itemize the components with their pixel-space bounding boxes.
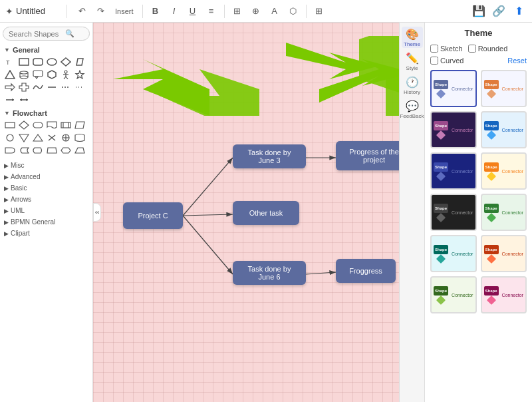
search-box[interactable]: 🔍 [3, 27, 90, 41]
fc-cross[interactable] [46, 132, 58, 143]
table-button[interactable]: ⊞ [229, 3, 245, 19]
shape-parallelogram[interactable] [74, 57, 86, 67]
sketch-checkbox-label[interactable]: Sketch [430, 45, 463, 53]
fc-manual[interactable] [46, 145, 58, 156]
curved-checkbox-label[interactable]: Curved [430, 57, 464, 65]
fc-predefined[interactable] [60, 120, 72, 130]
redo-button[interactable]: ↷ [92, 3, 108, 19]
shape-dotted[interactable] [74, 82, 86, 93]
theme-card-3[interactable]: Shape Connector [430, 111, 477, 148]
export-button[interactable]: ⬆ [511, 3, 527, 19]
shape-person[interactable] [60, 69, 72, 80]
node-progress[interactable]: Progress of the project [336, 141, 399, 170]
category-basic[interactable]: ▶ Basic [3, 182, 90, 194]
category-arrows[interactable]: ▶ Arrows [3, 194, 90, 205]
insert-button[interactable]: Insert [111, 3, 138, 19]
shape-arrow-line[interactable] [4, 95, 16, 105]
shape-double-arrow[interactable] [18, 95, 30, 105]
section-general[interactable]: ▼ General [4, 46, 88, 54]
sketch-checkbox[interactable] [430, 45, 438, 53]
node-froggress[interactable]: Froggress [336, 259, 396, 283]
fc-connector[interactable] [4, 132, 16, 143]
shape-callout[interactable] [32, 69, 44, 80]
theme-card-5[interactable]: Shape Connector [430, 152, 477, 190]
share-button[interactable]: 🔗 [491, 3, 507, 19]
theme-card-11[interactable]: Shape Connector [430, 276, 477, 313]
app-icon: ✦ [5, 6, 13, 17]
fc-merge[interactable] [18, 132, 30, 143]
shape-rounded-rect[interactable] [32, 57, 44, 67]
shape-dashed[interactable] [60, 82, 72, 93]
section-flowchart[interactable]: ▼ Flowchart [4, 109, 88, 117]
fc-data[interactable] [74, 120, 86, 130]
node-project-c[interactable]: Project C [123, 202, 183, 229]
shape-arrow-right[interactable] [4, 82, 16, 93]
theme-card-4[interactable]: Shape Connector [481, 111, 527, 148]
underline-button[interactable]: U [185, 3, 201, 19]
theme-card-12[interactable]: Shape Connector [481, 276, 527, 313]
bold-button[interactable]: B [148, 3, 164, 19]
theme-card-7[interactable]: Shape Connector [430, 194, 477, 231]
node-task-june6[interactable]: Task done by June 6 [233, 261, 306, 285]
italic-button[interactable]: I [166, 3, 182, 19]
shape-ellipse[interactable] [46, 57, 58, 67]
fc-loop[interactable] [74, 145, 86, 156]
fc-storage[interactable] [18, 145, 30, 156]
link-button[interactable]: ⊕ [248, 3, 264, 19]
category-clipart[interactable]: ▶ Clipart [3, 228, 90, 239]
search-input[interactable] [9, 30, 65, 38]
shape-hexagon[interactable] [46, 69, 58, 80]
svg-marker-39 [33, 134, 43, 141]
save-button[interactable]: 💾 [471, 3, 487, 19]
document-title[interactable]: Untitled [16, 6, 45, 16]
fc-terminal[interactable] [32, 120, 44, 130]
collapse-left-button[interactable]: ‹‹ [93, 203, 101, 222]
fc-display[interactable] [32, 145, 44, 156]
node-other-task[interactable]: Other task [233, 201, 299, 225]
shape-button[interactable]: ⬡ [285, 3, 301, 19]
category-bpmn[interactable]: ▶ BPMN General [3, 216, 90, 228]
fc-decision[interactable] [18, 120, 30, 130]
node-task-june3[interactable]: Task done by June 3 [233, 144, 306, 168]
rounded-checkbox[interactable] [468, 45, 476, 53]
fc-tape[interactable] [74, 132, 86, 143]
category-advanced[interactable]: ▶ Advanced [3, 171, 90, 182]
reset-button[interactable]: Reset [507, 57, 527, 65]
fc-process[interactable] [4, 120, 16, 130]
shape-text[interactable]: T [4, 57, 16, 67]
shape-cylinder[interactable] [18, 69, 30, 80]
canvas-area[interactable]: ‹‹ [93, 23, 399, 402]
fc-extract[interactable] [32, 132, 44, 143]
fc-preparation[interactable] [60, 145, 72, 156]
format-button[interactable]: A [267, 3, 283, 19]
panel-history-button[interactable]: 🕐 History [402, 75, 423, 96]
shape-diamond[interactable] [60, 57, 72, 67]
shape-triangle[interactable] [4, 69, 16, 80]
theme-card-6[interactable]: Shape Connector [481, 152, 527, 190]
category-misc[interactable]: ▶ Misc [3, 160, 90, 171]
theme-card-10[interactable]: Shape Connector [481, 235, 527, 272]
basic-label: Basic [11, 184, 27, 192]
list-button[interactable]: ≡ [203, 3, 219, 19]
theme-card-2[interactable]: Shape Connector [481, 70, 527, 107]
shape-cross[interactable] [18, 82, 30, 93]
curved-checkbox[interactable] [430, 57, 438, 65]
shape-rect[interactable] [18, 57, 30, 67]
shape-wave[interactable] [32, 82, 44, 93]
shape-star[interactable] [74, 69, 86, 80]
panel-theme-button[interactable]: 🎨 Theme [402, 27, 423, 48]
rounded-checkbox-label[interactable]: Rounded [468, 45, 508, 53]
fc-summing[interactable] [60, 132, 72, 143]
zoom-button[interactable]: ⊞ [311, 3, 327, 19]
panel-feedback-button[interactable]: 💬 FeedBack [402, 99, 423, 120]
undo-button[interactable]: ↶ [74, 3, 90, 19]
theme-card-9[interactable]: Shape Connector [430, 235, 477, 272]
theme-card-1[interactable]: Shape Connector [430, 70, 477, 107]
fc-document[interactable] [46, 120, 58, 130]
panel-style-button[interactable]: ✏️ Style [402, 51, 423, 72]
category-uml[interactable]: ▶ UML [3, 205, 90, 216]
shape-line[interactable] [46, 82, 58, 93]
theme12-shapes: Shape Connector [484, 286, 523, 303]
fc-delay[interactable] [4, 145, 16, 156]
theme-card-8[interactable]: Shape Connector [481, 194, 527, 231]
